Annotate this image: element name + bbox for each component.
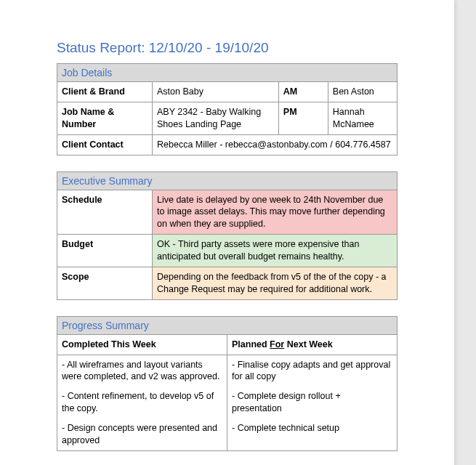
value-schedule: Live date is delayed by one week to 24th… bbox=[153, 190, 398, 235]
table-row: - All wireframes and layout variants wer… bbox=[57, 355, 398, 450]
value-am: Ben Aston bbox=[328, 82, 397, 102]
cell-planned: - Finalise copy adapts and get approval … bbox=[227, 355, 398, 450]
value-scope: Depending on the feedback from v5 of the… bbox=[153, 267, 398, 299]
table-row: Client Contact Rebecca Miller - rebecca@… bbox=[57, 134, 398, 155]
value-pm: Hannah McNamee bbox=[328, 102, 397, 134]
label-scope: Scope bbox=[57, 267, 153, 299]
value-client-brand: Aston Baby bbox=[153, 82, 279, 102]
planned-suffix: Next Week bbox=[284, 339, 332, 349]
progress-summary-header: Progress Summary bbox=[57, 316, 398, 334]
completed-line: - All wireframes and layout variants wer… bbox=[62, 359, 222, 384]
table-row: Budget OK - Third party assets were more… bbox=[57, 235, 398, 267]
label-client-brand: Client & Brand bbox=[57, 82, 153, 102]
label-schedule: Schedule bbox=[57, 190, 153, 235]
cell-completed: - All wireframes and layout variants wer… bbox=[57, 355, 227, 450]
content-area: Status Report: 12/10/20 - 19/10/20 Job D… bbox=[0, 40, 454, 465]
label-client-contact: Client Contact bbox=[57, 134, 153, 155]
planned-line: - Complete design rollout + presentation bbox=[232, 390, 392, 415]
completed-line: - Design concepts were presented and app… bbox=[62, 422, 222, 447]
table-row: Client & Brand Aston Baby AM Ben Aston bbox=[57, 82, 398, 102]
planned-underlined: For bbox=[270, 339, 284, 349]
planned-prefix: Planned bbox=[232, 339, 270, 349]
job-details-table: Client & Brand Aston Baby AM Ben Aston J… bbox=[57, 81, 398, 155]
planned-line: - Complete technical setup bbox=[232, 422, 392, 434]
value-budget: OK - Third party assets were more expens… bbox=[153, 235, 398, 267]
executive-summary-header: Executive Summary bbox=[57, 171, 398, 190]
document-page: Status Report: 12/10/20 - 19/10/20 Job D… bbox=[0, 0, 454, 465]
progress-summary-table: Completed This Week Planned For Next Wee… bbox=[57, 334, 398, 451]
label-pm: PM bbox=[278, 102, 328, 134]
value-job-name-number: ABY 2342 - Baby Walking Shoes Landing Pa… bbox=[153, 102, 279, 134]
header-planned: Planned For Next Week bbox=[227, 334, 398, 355]
label-am: AM bbox=[278, 82, 328, 102]
executive-summary-table: Schedule Live date is delayed by one wee… bbox=[57, 190, 398, 300]
table-row: Scope Depending on the feedback from v5 … bbox=[57, 267, 398, 299]
table-row: Schedule Live date is delayed by one wee… bbox=[57, 190, 398, 235]
table-row: Job Name & Number ABY 2342 - Baby Walkin… bbox=[57, 102, 398, 134]
completed-line: - Content refinement, to develop v5 of t… bbox=[62, 390, 222, 415]
table-row: Completed This Week Planned For Next Wee… bbox=[57, 334, 398, 355]
value-client-contact: Rebecca Miller - rebecca@astonbaby.com /… bbox=[153, 134, 398, 155]
label-job-name-number: Job Name & Number bbox=[57, 102, 153, 134]
label-budget: Budget bbox=[57, 235, 153, 267]
job-details-header: Job Details bbox=[57, 63, 398, 81]
page-title: Status Report: 12/10/20 - 19/10/20 bbox=[57, 40, 398, 56]
planned-line: - Finalise copy adapts and get approval … bbox=[232, 359, 392, 384]
header-completed: Completed This Week bbox=[57, 334, 227, 355]
